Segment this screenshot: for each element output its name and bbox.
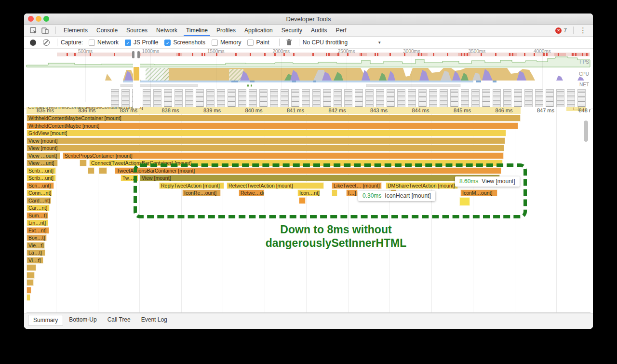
screenshot-thumbnail[interactable] [217,89,225,108]
flame-bar[interactable]: Box…t] [27,234,47,241]
screenshot-thumbnail[interactable] [482,89,490,108]
screenshot-thumbnail[interactable] [259,89,268,108]
screenshot-thumbnail[interactable] [344,89,352,108]
timeline-overview[interactable]: 500ms1000ms1500ms2000ms2500ms3000ms3500m… [24,49,593,109]
screenshot-thumbnail[interactable] [249,89,257,108]
flame-bar[interactable] [27,272,35,279]
details-tab-bottom-up[interactable]: Bottom-Up [64,315,101,324]
flame-bar[interactable]: La…t] [27,249,45,256]
flame-bar[interactable]: Scri…unt] [27,182,54,189]
flame-bar[interactable]: GridView [mount] [27,130,506,136]
screenshot-thumbnail[interactable] [174,89,183,108]
cpu-throttling-select[interactable]: No CPU throttling ▼ [303,39,381,46]
inspect-element-icon[interactable] [29,26,38,35]
flame-bar[interactable]: Vi…t] [27,257,43,264]
screenshot-thumbnail[interactable] [376,89,384,108]
screenshot-thumbnail[interactable] [196,89,204,108]
flame-bar[interactable] [88,167,94,174]
flame-bar[interactable]: View [mount] [27,137,505,144]
screenshot-thumbnail[interactable] [535,89,543,108]
flame-bar[interactable]: Lin…nt] [27,219,48,226]
flame-bar[interactable]: View [mount] [27,145,504,151]
checkbox-screenshots[interactable]: ✓Screenshots [164,39,205,46]
flame-bar[interactable]: Vie…t] [27,242,45,249]
screenshot-thumbnail[interactable] [556,89,564,108]
flame-bar[interactable]: Conn…nt] [27,189,52,196]
screenshot-thumbnail[interactable] [270,89,278,108]
screenshot-thumbnail[interactable] [387,89,395,108]
screenshot-thumbnail[interactable] [238,89,246,108]
screenshot-thumbnail[interactable] [323,89,331,108]
trash-icon[interactable] [285,38,294,47]
flame-bar[interactable] [99,167,107,174]
screenshot-thumbnail[interactable] [418,89,427,108]
screenshot-thumbnail[interactable] [355,89,363,108]
screenshot-thumbnail[interactable] [461,89,469,108]
screenshot-thumbnail[interactable] [440,89,448,108]
tab-security[interactable]: Security [277,25,307,36]
tab-timeline[interactable]: Timeline [182,25,212,36]
screenshot-thumbnail[interactable] [365,89,374,108]
flame-bar[interactable]: Ext…nt] [27,227,49,234]
screenshot-thumbnail[interactable] [302,89,310,108]
flame-bar[interactable]: Sum…t] [27,212,48,219]
error-badge-icon[interactable]: ✕ [555,27,562,34]
vertical-scrollbar-thumb[interactable] [584,121,588,142]
screenshot-thumbnail[interactable] [111,89,119,108]
flame-bar[interactable] [27,264,36,271]
screenshot-thumbnail[interactable] [524,89,533,108]
flame-bar[interactable]: Scrib…unt] [27,175,56,181]
screenshot-thumbnail[interactable] [493,89,501,108]
flame-bar[interactable] [80,160,87,166]
tab-perf[interactable]: Perf [331,25,350,36]
selection-handle-left[interactable] [132,51,134,58]
screenshot-thumbnail[interactable] [471,89,480,108]
tab-console[interactable]: Console [92,25,122,36]
screenshot-thumbnail[interactable] [228,89,236,108]
details-tab-event-log[interactable]: Event Log [136,315,172,324]
checkbox-paint[interactable]: Paint [247,39,269,46]
screenshot-thumbnail[interactable] [450,89,458,108]
device-toolbar-icon[interactable] [40,26,49,35]
screenshot-thumbnail[interactable] [429,89,437,108]
checkbox-js-profile[interactable]: ✓JS Profile [125,39,158,46]
screenshot-thumbnail[interactable] [546,89,554,108]
details-tab-call-tree[interactable]: Call Tree [103,315,135,324]
flame-bar[interactable]: View …ount] [27,152,60,159]
flame-bar[interactable]: View …unt] [27,160,58,166]
screenshot-thumbnail[interactable] [334,89,342,108]
flame-bar[interactable] [27,294,30,301]
flame-bar[interactable] [27,287,31,294]
details-tab-summary[interactable]: Summary [28,315,63,325]
flame-bar[interactable]: ScribePropsContainer [mount] [63,152,504,159]
screenshot-thumbnail[interactable] [577,89,586,108]
screenshot-thumbnail[interactable] [281,89,289,108]
flame-bar[interactable]: Card…nt] [27,197,51,204]
screenshot-thumbnail[interactable] [567,89,575,108]
screenshot-thumbnail[interactable] [185,89,193,108]
flame-bar[interactable]: Scrib…unt] [27,167,56,174]
clear-recording-icon[interactable] [43,39,50,46]
screenshot-thumbnail[interactable] [153,89,161,108]
flame-bar[interactable]: Car…nt] [27,204,50,211]
screenshot-thumbnail[interactable] [397,89,405,108]
flame-chart[interactable]: Connect(WithheldContentMaybeContainer) [… [27,107,590,313]
tab-sources[interactable]: Sources [122,25,152,36]
selection-handle-right[interactable] [137,51,140,58]
flame-bar[interactable]: WithheldContentMaybe [mount] [27,122,518,129]
screenshot-thumbnail[interactable] [164,89,172,108]
checkbox-memory[interactable]: Memory [212,39,241,46]
screenshot-thumbnail[interactable] [312,89,321,108]
tab-elements[interactable]: Elements [59,25,92,36]
tab-network[interactable]: Network [152,25,182,36]
screenshot-thumbnail[interactable] [121,89,130,108]
flame-bar[interactable] [27,279,34,286]
screenshot-thumbnail[interactable] [291,89,299,108]
more-options-icon[interactable]: ⋮ [577,26,589,35]
tab-audits[interactable]: Audits [307,25,331,36]
tab-profiles[interactable]: Profiles [212,25,240,36]
screenshot-thumbnail[interactable] [143,89,151,108]
checkbox-network[interactable]: Network [89,39,119,46]
tab-application[interactable]: Application [240,25,277,36]
flame-bar[interactable]: WithheldContentMaybeContainer [mount] [27,115,521,121]
